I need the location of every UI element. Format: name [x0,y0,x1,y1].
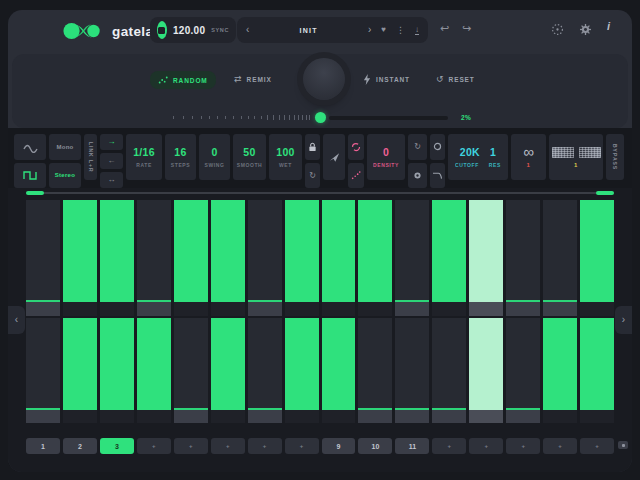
step-cell[interactable] [580,318,614,423]
pattern-slot-add[interactable]: + [469,438,503,454]
step-cell[interactable] [63,318,97,423]
pattern-slot-add[interactable]: + [211,438,245,454]
step-cell[interactable] [26,200,60,316]
bpm-value[interactable]: 120.00 [173,25,205,36]
instant-button[interactable]: INSTANT [363,74,410,85]
pattern-slot-11[interactable]: 11 [395,438,429,454]
pattern-slot-add[interactable]: + [543,438,577,454]
swing-cell[interactable]: 0 SWING [199,134,230,180]
main-knob[interactable] [303,58,345,100]
step-cell[interactable] [248,318,282,423]
slider-track[interactable] [329,116,448,120]
filter-cell[interactable]: 20K 1 CUTOFF RES [448,134,508,180]
step-cell[interactable] [543,318,577,423]
pattern-slot-add[interactable]: + [285,438,319,454]
reset-button[interactable]: ↺ RESET [436,74,475,84]
randomize-throw-button[interactable] [323,134,345,180]
pattern-slot-1[interactable]: 1 [26,438,60,454]
seq-page-left-button[interactable]: ‹ [8,306,25,334]
step-cell[interactable] [395,318,429,423]
pattern-slot-add[interactable]: + [174,438,208,454]
step-cell[interactable] [358,200,392,316]
step-cell[interactable] [26,318,60,423]
seq-range-handle-left[interactable] [26,191,44,195]
slider-handle[interactable] [315,112,326,123]
step-cell[interactable] [211,318,245,423]
step-cell[interactable] [469,200,503,316]
step-cell[interactable] [100,318,134,423]
stereo-button[interactable]: Stereo [49,163,81,189]
next-preset-button[interactable]: › [368,25,371,35]
save-preset-icon[interactable]: ↓ [415,26,419,35]
undo-button[interactable]: ↩ [440,23,449,34]
step-cell[interactable] [506,318,540,423]
step-cell[interactable] [432,318,466,423]
step-cell[interactable] [322,318,356,423]
pattern-slot-9[interactable]: 9 [322,438,356,454]
pattern-slot-add[interactable]: + [580,438,614,454]
step-cell[interactable] [395,200,429,316]
seq-range-handle-right[interactable] [596,191,614,195]
meter-icon[interactable] [551,23,564,36]
pattern-slot-add[interactable]: + [137,438,171,454]
step-cell[interactable] [358,318,392,423]
step-cell[interactable] [506,200,540,316]
link-lr-toggle[interactable]: LINK L+R [84,134,97,180]
step-cell[interactable] [580,200,614,316]
mono-button[interactable]: Mono [49,134,81,160]
density-cell[interactable]: 0 DENSITY [367,134,405,180]
step-cell[interactable] [285,200,319,316]
density-scatter-button[interactable] [348,163,364,189]
pattern-slot-add[interactable]: + [506,438,540,454]
pattern-slot-10[interactable]: 10 [358,438,392,454]
step-cell[interactable] [248,200,282,316]
redo-button[interactable]: ↪ [462,23,471,34]
filter-ring-button[interactable] [430,134,445,160]
sync-toggle[interactable]: SYNC [211,27,229,33]
fx-cycle-button[interactable]: ↻ [408,134,427,160]
rate-cell[interactable]: 1/16 RATE [126,134,162,180]
wave-smooth-button[interactable] [14,134,46,160]
steps-cell[interactable]: 16 STEPS [165,134,196,180]
step-cell[interactable] [137,200,171,316]
step-cell[interactable] [211,200,245,316]
wet-cell[interactable]: 100 WET [269,134,302,180]
direction-forward-button[interactable]: → [100,134,123,150]
random-button[interactable]: RANDOM [150,71,216,89]
step-cell[interactable] [137,318,171,423]
lock-button[interactable] [305,134,320,160]
favorite-icon[interactable]: ♥ [381,26,386,34]
remix-button[interactable]: ⇄ REMIX [234,74,272,84]
info-icon[interactable]: i [607,21,610,32]
step-cell[interactable] [432,200,466,316]
seq-range-track[interactable] [26,192,614,194]
envelope-cell[interactable]: ∞ 1 [511,134,546,180]
direction-backward-button[interactable]: ← [100,153,123,169]
step-cell[interactable] [322,200,356,316]
stop-button[interactable] [157,21,167,39]
step-cell[interactable] [543,200,577,316]
fx-settings-button[interactable] [408,163,427,189]
step-cell[interactable] [63,200,97,316]
bypass-button[interactable]: BYPASS [606,134,624,180]
step-cell[interactable] [174,318,208,423]
smooth-cell[interactable]: 50 SMOOTH [233,134,266,180]
density-ring-button[interactable] [348,134,364,160]
preset-name[interactable]: INIT [259,27,358,34]
pattern-slot-add[interactable]: + [248,438,282,454]
step-cell[interactable] [285,318,319,423]
seq-page-right-button[interactable]: › [615,306,632,334]
preset-menu-icon[interactable]: ⋮ [396,26,405,35]
cycle-lock-button[interactable]: ↻ [305,163,320,189]
pattern-slot-3[interactable]: 3 [100,438,134,454]
step-cell[interactable] [100,200,134,316]
noise-cell[interactable]: 1 [549,134,603,180]
gear-icon[interactable] [579,23,592,36]
pattern-edit-icon[interactable] [618,441,628,449]
step-cell[interactable] [469,318,503,423]
pattern-slot-2[interactable]: 2 [63,438,97,454]
filter-type-button[interactable] [430,163,445,189]
step-cell[interactable] [174,200,208,316]
direction-pingpong-button[interactable]: ↔ [100,172,123,188]
pattern-slot-add[interactable]: + [432,438,466,454]
